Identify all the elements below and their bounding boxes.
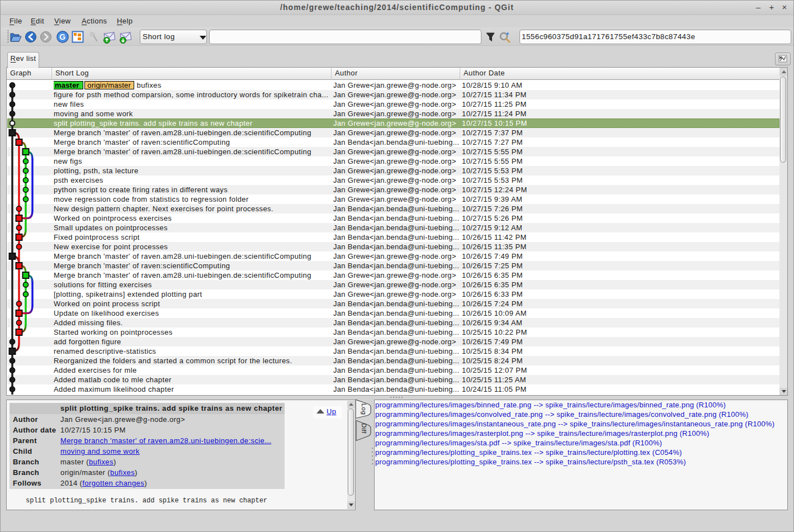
svg-text:Log: Log	[361, 403, 367, 415]
svg-text:Diff: Diff	[361, 423, 367, 434]
svg-text:G: G	[59, 32, 65, 41]
